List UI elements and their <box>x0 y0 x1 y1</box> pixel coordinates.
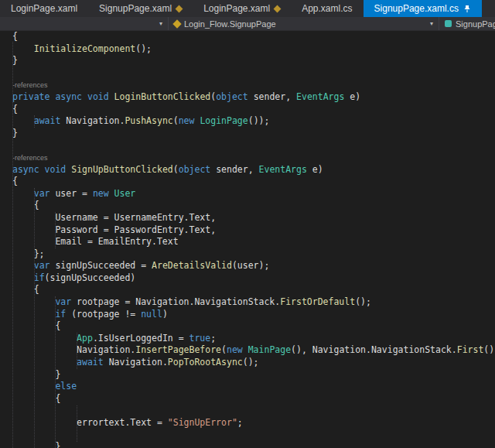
codelens-line[interactable]: -references <box>12 152 495 164</box>
code-token: { <box>12 176 18 186</box>
code-token: ( <box>173 115 179 126</box>
code-token: sender, <box>210 164 258 175</box>
code-token: EventArgs <box>259 164 307 175</box>
code-line[interactable]: { <box>12 200 495 212</box>
code-token: Navigation. <box>60 115 125 126</box>
code-token: (user); <box>232 260 269 271</box>
code-token <box>12 357 77 368</box>
code-token: (signUpSucceeded) <box>45 272 136 283</box>
code-token: void <box>45 164 67 175</box>
tab-label: SignupPage.xaml <box>99 3 172 14</box>
code-line[interactable] <box>12 67 495 80</box>
code-line[interactable]: await Navigation.PushAsync(new LoginPage… <box>12 115 495 128</box>
code-token: LoginPage <box>200 115 248 126</box>
code-token: SignUpButtonClicked <box>71 164 173 175</box>
codelens-line[interactable]: -references <box>12 79 495 91</box>
code-token: AreDetailsValid <box>152 260 232 271</box>
editor-window: LoginPage.xamlSignupPage.xamlLoginPage.x… <box>0 0 495 448</box>
code-line[interactable]: InitializeComponent(); <box>12 43 495 56</box>
code-line[interactable] <box>12 405 495 417</box>
tab-signuppage-xaml[interactable]: SignupPage.xaml <box>88 0 193 17</box>
code-token: Email = EmailEntry.Text <box>12 236 179 247</box>
code-token: if <box>55 309 66 320</box>
code-line[interactable]: async void SignUpButtonClicked(object se… <box>12 164 495 176</box>
code-token: -references <box>12 81 48 89</box>
code-line[interactable]: Email = EmailEntry.Text <box>12 236 495 248</box>
code-token: async <box>55 91 82 102</box>
code-line[interactable]: Username = UsernameEntry.Text, <box>12 212 495 224</box>
tab-app-xaml-cs[interactable]: App.xaml.cs <box>291 0 363 17</box>
navigation-bar: ▾ Login_Flow.SignupPage ▾ SignupPage <box>0 17 495 31</box>
code-token: PopToRootAsync <box>168 357 243 368</box>
member-icon <box>445 20 452 27</box>
code-token <box>12 309 55 320</box>
tab-glyph-icon <box>176 5 183 12</box>
tab-loginpage-xaml[interactable]: LoginPage.xaml <box>0 0 88 17</box>
code-token <box>12 381 55 392</box>
code-token: true <box>189 333 211 344</box>
code-line[interactable] <box>12 429 495 442</box>
code-line[interactable]: var rootpage = Navigation.NavigationStac… <box>12 296 495 309</box>
code-editor[interactable]: { InitializeComponent();} -referencespri… <box>0 31 495 448</box>
code-token: ( <box>221 344 227 355</box>
code-line[interactable]: } <box>12 128 495 140</box>
code-token <box>12 260 34 271</box>
code-line[interactable]: var user = new User <box>12 188 495 200</box>
code-token: { <box>12 200 39 210</box>
code-line[interactable]: var signUpSucceeded = AreDetailsValid(us… <box>12 260 495 272</box>
code-line[interactable]: { <box>12 284 495 296</box>
code-token: (); <box>135 43 152 54</box>
code-line[interactable]: }; <box>12 248 495 261</box>
code-line[interactable]: { <box>12 320 495 333</box>
type-dropdown[interactable]: Login_Flow.SignupPage ▾ <box>169 17 439 30</box>
code-line[interactable]: if(signUpSucceeded) <box>12 272 495 285</box>
code-token: { <box>12 320 60 331</box>
code-token: .IsUserLoggedIn = <box>93 333 189 344</box>
code-line[interactable]: { <box>12 104 495 116</box>
code-line[interactable]: { <box>12 393 495 405</box>
code-token: Password = PasswordEntry.Text, <box>12 224 216 235</box>
code-line[interactable]: errortext.Text = "SignUpError"; <box>12 417 495 429</box>
code-token: User <box>114 188 136 199</box>
code-token: } <box>12 55 18 66</box>
code-token: -references <box>12 154 48 162</box>
code-token: null <box>141 309 162 320</box>
member-dropdown[interactable]: SignupPage <box>439 17 495 30</box>
code-token: async <box>12 164 39 175</box>
code-token: (); <box>355 296 371 307</box>
code-token: object <box>179 164 211 175</box>
pin-icon[interactable] <box>463 5 471 13</box>
code-token: var <box>34 260 50 271</box>
code-line[interactable]: { <box>12 176 495 188</box>
code-line[interactable]: } <box>12 369 495 381</box>
code-line[interactable]: if (rootpage != null) <box>12 309 495 321</box>
code-line[interactable]: } <box>12 55 495 67</box>
code-line[interactable]: App.IsUserLoggedIn = true; <box>12 333 495 345</box>
code-line[interactable]: await Navigation.PopToRootAsync(); <box>12 357 495 369</box>
code-token <box>12 333 77 344</box>
code-line[interactable]: { <box>12 31 495 43</box>
code-token <box>243 344 248 355</box>
code-lines: { InitializeComponent();} -referencespri… <box>12 31 495 448</box>
code-line[interactable]: Navigation.InsertPageBefore(new MainPage… <box>12 344 495 357</box>
code-token <box>12 115 34 126</box>
code-token: await <box>34 115 61 126</box>
code-line[interactable]: } <box>12 441 495 448</box>
code-token: void <box>87 91 109 102</box>
code-token: InsertPageBefore <box>135 344 221 355</box>
tab-label: LoginPage.xaml <box>203 3 270 14</box>
code-line[interactable] <box>12 139 495 152</box>
tab-label: SignupPage.xaml.cs <box>374 3 459 14</box>
tab-loginpage-xaml[interactable]: LoginPage.xaml <box>193 0 291 17</box>
code-token: InitializeComponent <box>34 43 136 54</box>
code-token: EventArgs <box>296 91 344 102</box>
code-line[interactable]: else <box>12 381 495 393</box>
code-token: await <box>77 357 104 368</box>
project-dropdown[interactable]: ▾ <box>0 17 169 30</box>
code-token: ; <box>210 333 216 344</box>
code-line[interactable]: private async void LoginButtonClicked(ob… <box>12 91 495 104</box>
code-token <box>82 91 87 102</box>
tab-signuppage-xaml-cs[interactable]: SignupPage.xaml.cs <box>364 0 482 17</box>
code-token: new <box>93 188 109 199</box>
code-line[interactable]: Password = PasswordEntry.Text, <box>12 224 495 237</box>
